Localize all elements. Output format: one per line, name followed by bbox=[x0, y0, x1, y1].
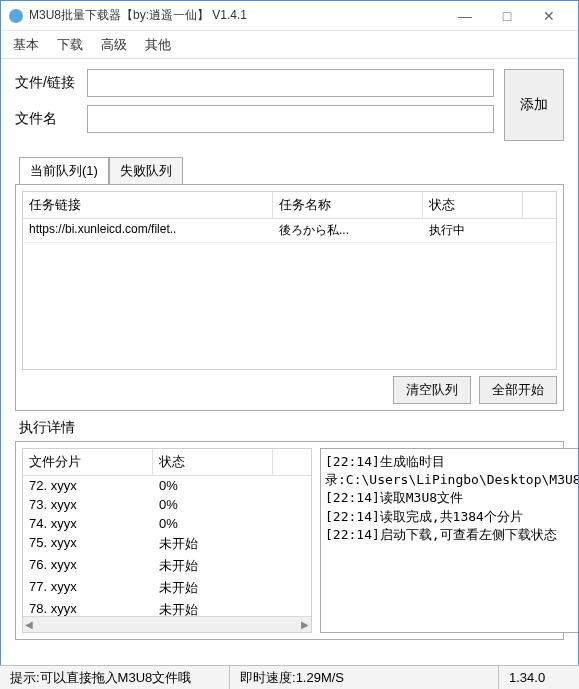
log-line: [22:14]生成临时目录:C:\Users\LiPingbo\Desktop\… bbox=[325, 453, 579, 489]
close-button[interactable]: ✕ bbox=[528, 2, 570, 30]
shard-name: 77. xyyx bbox=[23, 577, 153, 599]
shard-name: 73. xyyx bbox=[23, 495, 153, 514]
menu-download[interactable]: 下载 bbox=[57, 36, 83, 54]
menu-other[interactable]: 其他 bbox=[145, 36, 171, 54]
detail-panel: 文件分片 状态 72. xyyx0%73. xyyx0%74. xyyx0%75… bbox=[15, 441, 564, 640]
list-item[interactable]: 72. xyyx0% bbox=[23, 476, 311, 495]
clear-queue-button[interactable]: 清空队列 bbox=[393, 376, 471, 404]
shard-status: 未开始 bbox=[153, 555, 273, 577]
shard-grid: 文件分片 状态 72. xyyx0%73. xyyx0%74. xyyx0%75… bbox=[22, 448, 312, 633]
speed-value: 1.29M/S bbox=[296, 670, 344, 685]
shard-name: 72. xyyx bbox=[23, 476, 153, 495]
shard-status: 未开始 bbox=[153, 577, 273, 599]
speed-label: 即时速度: bbox=[240, 669, 296, 687]
queue-header-link[interactable]: 任务链接 bbox=[23, 192, 273, 218]
list-item[interactable]: 75. xyyx未开始 bbox=[23, 533, 311, 555]
log-line: [22:14]读取完成,共1384个分片 bbox=[325, 508, 579, 526]
shard-name: 78. xyyx bbox=[23, 599, 153, 616]
window-title: M3U8批量下载器【by:逍遥一仙】 V1.4.1 bbox=[29, 7, 444, 24]
shard-name: 76. xyyx bbox=[23, 555, 153, 577]
window-controls: — □ ✕ bbox=[444, 2, 570, 30]
shard-header-status[interactable]: 状态 bbox=[153, 449, 273, 475]
list-item[interactable]: 74. xyyx0% bbox=[23, 514, 311, 533]
log-content: [22:14]生成临时目录:C:\Users\LiPingbo\Desktop\… bbox=[325, 453, 579, 544]
add-button[interactable]: 添加 bbox=[504, 69, 564, 141]
shard-status: 0% bbox=[153, 476, 273, 495]
start-all-button[interactable]: 全部开始 bbox=[479, 376, 557, 404]
shard-status: 未开始 bbox=[153, 599, 273, 616]
shard-name: 74. xyyx bbox=[23, 514, 153, 533]
list-item[interactable]: 77. xyyx未开始 bbox=[23, 577, 311, 599]
log-line: [22:14]读取M3U8文件 bbox=[325, 489, 579, 507]
tab-failed-queue[interactable]: 失败队列 bbox=[109, 157, 183, 184]
shard-status: 0% bbox=[153, 514, 273, 533]
titlebar: M3U8批量下载器【by:逍遥一仙】 V1.4.1 — □ ✕ bbox=[1, 1, 578, 31]
shard-status: 0% bbox=[153, 495, 273, 514]
queue-cell-name: 後ろから私... bbox=[273, 219, 423, 242]
shard-name: 75. xyyx bbox=[23, 533, 153, 555]
queue-panel: 任务链接 任务名称 状态 https://bi.xunleicd.com/fil… bbox=[15, 184, 564, 411]
file-link-label: 文件/链接 bbox=[15, 74, 87, 92]
status-speed: 即时速度:1.29M/S bbox=[230, 666, 499, 689]
maximize-button[interactable]: □ bbox=[486, 2, 528, 30]
shard-grid-body: 72. xyyx0%73. xyyx0%74. xyyx0%75. xyyx未开… bbox=[23, 476, 311, 616]
queue-tabs: 当前队列(1) 失败队列 bbox=[19, 157, 564, 184]
list-item[interactable]: 78. xyyx未开始 bbox=[23, 599, 311, 616]
status-version: 1.34.0 bbox=[499, 666, 579, 689]
queue-header-status[interactable]: 状态 bbox=[423, 192, 523, 218]
log-line: [22:14]启动下载,可查看左侧下载状态 bbox=[325, 526, 579, 544]
queue-header-name[interactable]: 任务名称 bbox=[273, 192, 423, 218]
minimize-button[interactable]: — bbox=[444, 2, 486, 30]
app-icon bbox=[9, 9, 23, 23]
file-name-label: 文件名 bbox=[15, 110, 87, 128]
shard-header-name[interactable]: 文件分片 bbox=[23, 449, 153, 475]
horizontal-scrollbar[interactable]: ◀▶ bbox=[23, 616, 311, 632]
queue-grid: 任务链接 任务名称 状态 https://bi.xunleicd.com/fil… bbox=[22, 191, 557, 370]
table-row[interactable]: https://bi.xunleicd.com/filet.. 後ろから私...… bbox=[23, 219, 556, 243]
menubar: 基本 下载 高级 其他 bbox=[1, 31, 578, 59]
queue-cell-link: https://bi.xunleicd.com/filet.. bbox=[23, 219, 273, 242]
statusbar: 提示:可以直接拖入M3U8文件哦 即时速度:1.29M/S 1.34.0 bbox=[0, 665, 579, 689]
detail-label: 执行详情 bbox=[19, 419, 564, 437]
log-box: [22:14]生成临时目录:C:\Users\LiPingbo\Desktop\… bbox=[320, 448, 579, 633]
status-tip: 提示:可以直接拖入M3U8文件哦 bbox=[0, 666, 230, 689]
queue-grid-body: https://bi.xunleicd.com/filet.. 後ろから私...… bbox=[23, 219, 556, 369]
queue-cell-status: 执行中 bbox=[423, 219, 523, 242]
shard-status: 未开始 bbox=[153, 533, 273, 555]
list-item[interactable]: 73. xyyx0% bbox=[23, 495, 311, 514]
file-name-input[interactable] bbox=[87, 105, 494, 133]
tab-current-queue[interactable]: 当前队列(1) bbox=[19, 157, 109, 184]
menu-advanced[interactable]: 高级 bbox=[101, 36, 127, 54]
file-link-input[interactable] bbox=[87, 69, 494, 97]
list-item[interactable]: 76. xyyx未开始 bbox=[23, 555, 311, 577]
menu-basic[interactable]: 基本 bbox=[13, 36, 39, 54]
